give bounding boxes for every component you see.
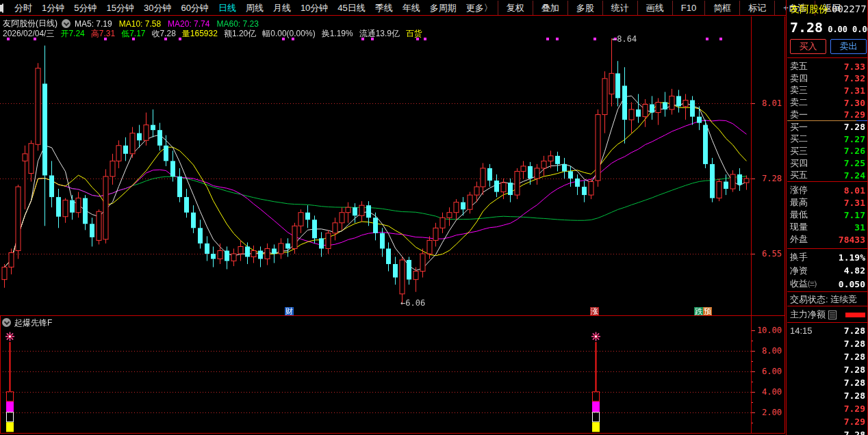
main-net-label: 主力净额 [790,308,826,321]
main-chart-canvas[interactable] [0,16,751,316]
tick-row: 7.28 [790,391,865,401]
ohlc-readout: 量165932 [182,28,218,40]
quote-level-label: 卖二 [790,96,808,109]
panel-separator [787,248,867,249]
quote-level-label: 卖三 [790,84,808,96]
ma-readout: MA20: 7.74 [168,19,209,29]
info-row-value: 8.01 [844,185,865,196]
period-tab-年线[interactable]: 年线 [398,1,425,16]
panel-separator [787,306,867,306]
ohlc-readout: 开7.24 [60,28,84,40]
stat-row: 换手1.19% [790,251,865,263]
tick-row: 7.28 [790,352,865,362]
info-row: 现量31 [790,221,865,233]
stat-row-label: 净资 [790,265,808,277]
tick-row-value: 7.28 [844,391,865,401]
quote-level-label: 买一 [790,121,808,133]
info-row-label: 最低 [790,209,808,221]
buy-button[interactable]: 买入 [790,39,826,54]
info-row: 外盘78433 [790,233,865,246]
tick-row-value: 7.28 [844,378,865,388]
quote-level-value: 7.31 [844,85,865,96]
toolbar-button-叠加[interactable]: 叠加 [533,1,567,16]
quote-level: 卖四7.32 [790,72,865,85]
ohlc-readouts: 2026/02/04/三开7.24高7.31低7.17收7.28量165932额… [3,28,422,40]
app-window: 分时1分钟5分钟15分钟30分钟60分钟日线周线月线10分钟45日线季线年线多周… [0,0,868,435]
period-tab-日线[interactable]: 日线 [214,1,241,16]
toolbar-button-画线[interactable]: 画线 [637,1,672,16]
period-tab-5分钟[interactable]: 5分钟 [69,1,101,16]
ohlc-readout: 高7.31 [91,28,115,40]
ma-readouts: MA5: 7.19MA10: 7.58MA20: 7.74MA60: 7.23 [75,19,259,29]
chart-tag-badge: 财 [285,307,294,315]
axis-strip-left-border [751,16,752,434]
axis-strip-right-border [784,16,785,434]
indicator-name: 起爆先锋F [14,317,52,329]
toolbar-button-简框[interactable]: 简框 [704,1,739,16]
indicator-axis-label: 2.00 [753,408,782,417]
chart-tag-badge: 涨 [590,307,599,315]
ohlc-readout: 流通13.9亿 [359,28,400,40]
price-axis-label: 7.28 [753,174,782,183]
period-tab-分时[interactable]: 分时 [10,1,37,16]
quote-level: 卖五7.33 [790,60,865,72]
sell-button[interactable]: 卖出 [830,39,867,54]
tick-row: 14:157.28 [790,326,865,336]
period-tab-1分钟[interactable]: 1分钟 [37,1,69,16]
window-icon[interactable] [2,3,3,13]
indicator-axis-label: 10.00 [753,326,782,335]
tick-row-value: 7.29 [844,404,865,414]
tick-row-value: 7.29 [844,417,865,427]
indicator-left-border [0,316,1,433]
chevron-down-icon[interactable] [62,19,71,28]
panel-separator [787,291,867,292]
chevron-down-icon[interactable] [2,318,11,327]
indicator-bottom-border [0,433,785,434]
ohlc-readout: 额1.20亿 [224,28,256,40]
quote-level-label: 买二 [790,133,808,145]
chart-tag-badge: 预 [703,307,712,315]
ohlc-readout: 低7.17 [121,28,145,40]
period-tab-60分钟[interactable]: 60分钟 [176,1,213,16]
period-tab-周线[interactable]: 周线 [241,1,268,16]
quote-level: 买四7.25 [790,157,865,170]
ma-readout: MA10: 7.58 [119,19,161,29]
period-tab-月线[interactable]: 月线 [268,1,296,16]
trade-status: 交易状态: 连续竞 [790,293,865,306]
info-row-value: 31 [854,222,865,233]
quote-level: 买一7.28 [790,121,865,133]
period-tabs: 分时1分钟5分钟15分钟30分钟60分钟日线周线月线10分钟45日线季线年线多周… [10,1,498,16]
toolbar-button-F10[interactable]: F10 [672,1,704,16]
chart-tag-badge: 跌 [694,307,703,315]
period-tab-15分钟[interactable]: 15分钟 [101,1,138,16]
stat-row: 净资4.82 [790,265,865,277]
tick-row-value: 7.28 [844,339,865,349]
info-row: 最低7.17 [790,209,865,221]
tick-row: 7.29 [790,417,865,427]
toolbar-button-统计[interactable]: 统计 [602,1,637,16]
indicator-canvas[interactable] [0,316,751,434]
topbar-border [0,15,786,16]
tick-row: 7.28 [790,365,865,375]
toolbar-button-多股[interactable]: 多股 [567,1,602,16]
quote-level-value: 7.25 [844,158,865,168]
period-tab-季线[interactable]: 季线 [370,1,398,16]
price-change-pct: 0.00% [852,25,868,34]
quote-level-value: 7.24 [844,170,865,181]
list-icon[interactable] [828,311,837,319]
price-row: 7.28 0.00 0.00% [790,19,868,36]
info-row-label: 最高 [790,196,808,209]
main-net-bar [845,313,865,317]
period-tab-30分钟[interactable]: 30分钟 [139,1,176,16]
period-tab-45日线[interactable]: 45日线 [333,1,370,16]
main-net-row: 主力净额 [790,308,865,321]
period-tab-更多〉[interactable]: 更多〉 [461,1,498,16]
period-tab-多周期[interactable]: 多周期 [425,1,461,16]
tick-row: 7.28 [790,339,865,349]
info-row-label: 外盘 [790,233,808,246]
toolbar-button-标记[interactable]: 标记 [739,1,774,16]
toolbar-button-复权[interactable]: 复权 [498,1,533,16]
last-price: 7.28 [790,19,823,36]
price-axis-label: 6.55 [753,249,782,259]
period-tab-10分钟[interactable]: 10分钟 [296,1,333,16]
